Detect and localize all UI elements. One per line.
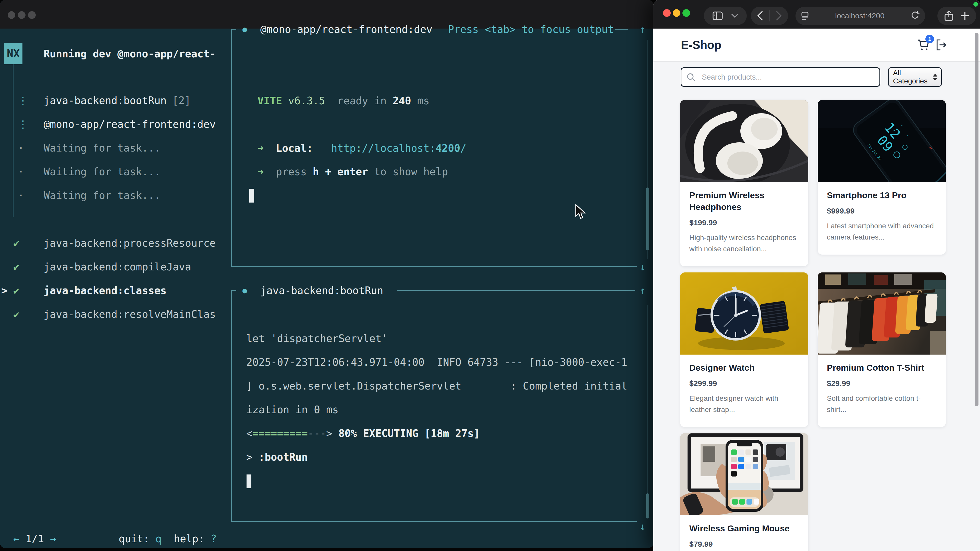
arrow-icon: ➜ xyxy=(258,141,264,156)
task-row[interactable]: · Waiting for task... xyxy=(18,165,24,179)
close-icon[interactable] xyxy=(663,9,671,17)
task-tree-guide xyxy=(13,64,14,218)
product-image-smartphone: 12 09 TUE JUL 23 xyxy=(818,100,946,182)
sidebar-button-group xyxy=(704,6,747,25)
nx-tui: NX Running dev @mono-app/react- ⋮ java-b… xyxy=(0,29,653,548)
maximize-icon[interactable] xyxy=(28,11,36,19)
help-key[interactable]: ? xyxy=(210,532,217,546)
product-card[interactable]: Wireless Gaming Mouse $79.99 High-perfor… xyxy=(680,433,808,551)
cart-count-badge: 1 xyxy=(925,35,934,43)
new-tab-icon[interactable] xyxy=(960,11,969,21)
task-count: [2] xyxy=(166,94,191,108)
logout-button[interactable] xyxy=(935,38,949,52)
vite-label: VITE xyxy=(258,94,282,108)
completed-task-row[interactable]: ✔ java-backend:resolveMainClas xyxy=(13,307,19,321)
product-description: Soft and comfortable cotton t-shirt... xyxy=(827,393,937,415)
product-card-body: Wireless Gaming Mouse $79.99 High-perfor… xyxy=(680,515,808,551)
forward-icon[interactable] xyxy=(776,11,782,21)
scroll-up-icon[interactable]: ↑ xyxy=(640,22,646,37)
check-icon: ✔ xyxy=(13,307,19,321)
product-description: High-quality wireless headphones with no… xyxy=(689,232,799,254)
product-image-tshirt xyxy=(818,272,946,354)
share-icon[interactable] xyxy=(944,10,954,21)
browser-scrollbar-thumb[interactable] xyxy=(975,33,978,407)
progress-bar: ========= xyxy=(252,426,308,441)
pane2-scroll-thumb[interactable] xyxy=(646,493,649,518)
pane-bullet-icon: ● xyxy=(242,22,247,37)
category-select-value: All Categories xyxy=(893,69,933,85)
pager-indicator: 1/1 xyxy=(25,532,44,546)
help-prefix: press xyxy=(276,165,307,179)
task-row[interactable]: · Waiting for task... xyxy=(18,188,24,203)
check-icon: ✔ xyxy=(13,260,19,274)
scroll-up-icon[interactable]: ↑ xyxy=(640,283,646,298)
product-card-body: Smartphone 13 Pro $999.99 Latest smartph… xyxy=(818,182,946,254)
product-card[interactable]: Designer Watch $299.99 Elegant designer … xyxy=(680,272,808,427)
back-icon[interactable] xyxy=(757,11,763,21)
task-label: Waiting for task... xyxy=(44,165,161,179)
pane-title: @mono-app/react-frontend:dev xyxy=(260,22,432,37)
vite-version: v6.3.5 xyxy=(288,94,325,108)
task-row[interactable]: ⋮ @mono-app/react-frontend:dev xyxy=(18,117,28,131)
product-card-body: Premium Wireless Headphones $199.99 High… xyxy=(680,182,808,266)
help-keys: h + enter xyxy=(313,165,368,179)
completed-task-row[interactable]: ✔ java-backend:compileJava xyxy=(13,260,19,274)
local-url[interactable]: http://localhost: xyxy=(331,141,436,156)
sidebar-icon[interactable] xyxy=(713,11,723,20)
completed-task-row[interactable]: ✔ java-backend:processResource xyxy=(13,236,19,250)
shop-header: E-Shop 1 xyxy=(653,29,980,62)
progress-open: < xyxy=(246,426,252,441)
quit-label: quit: xyxy=(119,532,149,546)
product-name: Wireless Gaming Mouse xyxy=(689,522,799,534)
product-card[interactable]: Premium Cotton T-Shirt $29.99 Soft and c… xyxy=(818,272,946,427)
maximize-icon[interactable] xyxy=(682,9,690,17)
task-label: java-backend:resolveMainClas xyxy=(44,307,216,321)
local-url-port[interactable]: 4200 xyxy=(436,141,460,156)
completed-task-row-selected[interactable]: > ✔ java-backend:classes xyxy=(13,283,19,298)
pager-prev-icon[interactable]: ← xyxy=(13,532,19,546)
minimize-icon[interactable] xyxy=(18,11,25,19)
cart-button[interactable]: 1 xyxy=(917,38,931,52)
search-input[interactable] xyxy=(681,67,880,87)
task-label: java-backend:processResource xyxy=(44,236,216,250)
help-suffix: to show help xyxy=(374,165,448,179)
scroll-down-icon[interactable]: ↓ xyxy=(640,260,646,274)
nav-button-group xyxy=(751,6,788,25)
pane-hint: Press <tab> to focus output xyxy=(448,22,614,37)
pane-bullet-icon: ● xyxy=(242,283,247,298)
close-icon[interactable] xyxy=(8,11,15,19)
product-card[interactable]: 12 09 TUE JUL 23 Smartphone 13 Pro $999.… xyxy=(818,100,946,254)
terminal-cursor xyxy=(249,189,254,203)
chevron-down-icon[interactable] xyxy=(732,14,738,18)
pane2-scroll-track[interactable] xyxy=(647,305,648,519)
task-label: java-backend:bootRun xyxy=(44,94,167,108)
task-spinner-icon: ⋮ xyxy=(18,117,28,131)
minimize-icon[interactable] xyxy=(673,9,680,17)
pane1-scroll-thumb[interactable] xyxy=(646,187,649,250)
browser-toolbar: localhost:4200 xyxy=(653,0,980,29)
prompt-chevron: > xyxy=(246,450,252,464)
product-description: Elegant designer watch with leather stra… xyxy=(689,393,799,415)
product-card[interactable]: Premium Wireless Headphones $199.99 High… xyxy=(680,100,808,266)
product-image-mouse xyxy=(680,433,808,515)
product-price: $79.99 xyxy=(689,540,799,548)
product-card-body: Designer Watch $299.99 Elegant designer … xyxy=(680,354,808,427)
local-url-slash[interactable]: / xyxy=(460,141,466,156)
page-settings-icon[interactable] xyxy=(801,11,809,21)
task-row[interactable]: ⋮ java-backend:bootRun [2] xyxy=(18,94,28,108)
pager-next-icon[interactable]: → xyxy=(50,532,56,546)
task-row[interactable]: · Waiting for task... xyxy=(18,141,24,155)
task-waiting-bullet: · xyxy=(18,165,24,179)
reload-icon[interactable] xyxy=(911,11,920,21)
url-bar[interactable]: localhost:4200 xyxy=(795,6,925,25)
ready-label: ready in xyxy=(337,94,387,108)
log-line: 2025-07-23T12:06:43.971-04:00 INFO 64733… xyxy=(246,355,627,369)
scroll-down-icon[interactable]: ↓ xyxy=(640,519,646,534)
quit-key[interactable]: q xyxy=(156,532,162,546)
category-select[interactable]: All Categories xyxy=(888,67,942,87)
url-text[interactable]: localhost:4200 xyxy=(835,11,884,20)
product-name: Premium Cotton T-Shirt xyxy=(827,362,937,373)
log-line: ization in 0 ms xyxy=(246,403,339,417)
shop-brand[interactable]: E-Shop xyxy=(681,29,721,61)
product-price: $999.99 xyxy=(827,206,937,215)
